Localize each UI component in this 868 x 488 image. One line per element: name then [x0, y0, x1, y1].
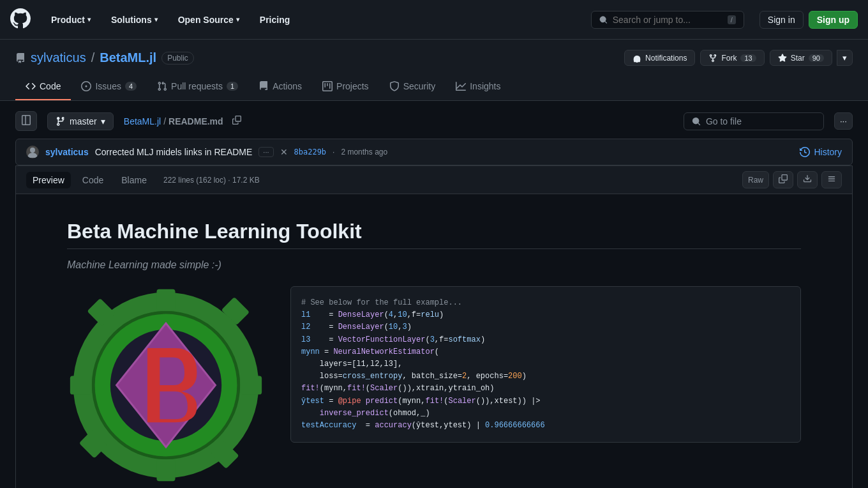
repo-icon	[15, 53, 26, 63]
projects-tab-icon	[322, 81, 333, 91]
opensource-chevron-icon: ▾	[236, 16, 239, 23]
branch-icon	[56, 116, 66, 126]
file-actions: Raw	[742, 171, 842, 188]
branch-name: master	[70, 116, 97, 126]
svg-rect-4	[156, 459, 175, 481]
repo-header: sylvaticus / BetaML.jl Public Notificati…	[0, 40, 868, 101]
copy-icon	[232, 116, 241, 125]
dismiss-button[interactable]: ✕	[280, 147, 288, 157]
star-icon	[778, 54, 787, 63]
repo-action-buttons: Notifications Fork 13 Star 90 ▾	[624, 50, 853, 66]
star-count: 90	[809, 54, 824, 62]
bell-icon	[632, 54, 641, 63]
search-file-icon	[692, 117, 701, 126]
readme-title: Beta Machine Learning Toolkit	[67, 220, 801, 249]
svg-point-0	[30, 148, 35, 153]
top-nav: Product ▾ Solutions ▾ Open Source ▾ Pric…	[0, 0, 868, 40]
visibility-badge: Public	[161, 52, 194, 65]
signup-button[interactable]: Sign up	[809, 11, 858, 29]
nav-pricing[interactable]: Pricing	[255, 10, 295, 30]
nav-product[interactable]: Product ▾	[46, 10, 96, 30]
blame-tab[interactable]: Blame	[115, 172, 153, 188]
breadcrumb-filename: README.md	[168, 116, 223, 126]
more-options-button[interactable]: ···	[834, 112, 853, 130]
nav-solutions[interactable]: Solutions ▾	[106, 10, 163, 30]
readme-body: # See below for the full example... l1 =…	[67, 286, 801, 486]
search-icon	[599, 15, 608, 25]
go-to-file-label: Go to file	[706, 116, 742, 126]
pr-count: 1	[227, 82, 238, 91]
file-stats: 222 lines (162 loc) · 17.2 KB	[163, 176, 260, 185]
search-box[interactable]: /	[591, 11, 744, 29]
file-toolbar: master ▾ BetaML.jl / README.md Go to fil…	[15, 111, 853, 131]
code-area: # See below for the full example... l1 =…	[290, 286, 801, 443]
commit-time: 2 months ago	[341, 148, 387, 156]
issues-tab-icon	[81, 81, 91, 91]
svg-rect-3	[156, 289, 175, 311]
go-to-file-area: Go to file	[684, 112, 824, 130]
fork-count: 13	[740, 54, 756, 62]
repo-name-link[interactable]: BetaML.jl	[100, 50, 156, 65]
file-view-header: Preview Code Blame 222 lines (162 loc) ·…	[16, 166, 852, 194]
commit-bar: sylvaticus Corrected MLJ midels links in…	[15, 139, 853, 165]
raw-button[interactable]: Raw	[742, 171, 769, 188]
code-view-tab[interactable]: Code	[76, 172, 110, 188]
file-area: master ▾ BetaML.jl / README.md Go to fil…	[0, 101, 868, 488]
branch-selector[interactable]: master ▾	[47, 112, 114, 130]
product-chevron-icon: ▾	[87, 16, 91, 23]
fork-icon	[708, 54, 717, 63]
tab-security[interactable]: Security	[379, 73, 446, 100]
security-tab-icon	[389, 81, 400, 91]
verified-badge[interactable]: ···	[258, 147, 273, 157]
sidebar-toggle-button[interactable]	[15, 111, 37, 131]
tab-pullrequests[interactable]: Pull requests 1	[147, 73, 248, 100]
tab-actions[interactable]: Actions	[248, 73, 312, 100]
readme-subtitle: Machine Learning made simple :-)	[67, 259, 801, 271]
breadcrumb-repo-link[interactable]: BetaML.jl	[124, 116, 161, 126]
tab-code[interactable]: Code	[15, 73, 71, 100]
logo-area	[67, 286, 265, 486]
svg-rect-6	[240, 376, 262, 394]
readme-content: Beta Machine Learning Toolkit Machine Le…	[16, 194, 852, 488]
copy-file-icon	[779, 174, 788, 183]
preview-tab[interactable]: Preview	[26, 172, 71, 188]
nav-opensource[interactable]: Open Source ▾	[173, 10, 244, 30]
download-icon	[803, 174, 812, 183]
download-button[interactable]	[797, 171, 818, 188]
code-block: # See below for the full example... l1 =…	[290, 286, 801, 443]
go-to-file-input[interactable]: Go to file	[684, 112, 824, 130]
author-avatar	[26, 146, 39, 158]
pr-tab-icon	[157, 81, 167, 91]
history-button[interactable]: History	[800, 147, 842, 157]
insights-tab-icon	[456, 81, 466, 91]
github-logo[interactable]	[10, 8, 31, 31]
copy-file-button[interactable]	[773, 171, 793, 188]
search-shortcut: /	[728, 15, 736, 24]
betalml-logo	[67, 286, 265, 484]
svg-rect-5	[70, 376, 92, 394]
breadcrumb-separator: /	[163, 116, 166, 126]
history-icon	[800, 147, 810, 157]
commit-hash-link[interactable]: 8ba229b	[294, 148, 327, 156]
issues-count: 4	[125, 82, 137, 91]
list-button[interactable]	[821, 171, 842, 188]
sidebar-icon	[21, 115, 31, 125]
auth-buttons: Sign in Sign up	[760, 11, 858, 29]
tab-projects[interactable]: Projects	[312, 73, 379, 100]
search-input[interactable]	[613, 15, 722, 25]
breadcrumb: BetaML.jl / README.md	[124, 116, 223, 126]
star-button[interactable]: Star 90	[770, 50, 832, 66]
repo-tabs: Code Issues 4 Pull requests 1 Actions	[15, 73, 853, 100]
branch-chevron-icon: ▾	[101, 116, 105, 126]
tab-issues[interactable]: Issues 4	[71, 73, 147, 100]
star-add-button[interactable]: ▾	[837, 50, 853, 66]
repo-owner-link[interactable]: sylvaticus	[31, 50, 86, 65]
fork-button[interactable]: Fork 13	[700, 50, 764, 66]
notifications-button[interactable]: Notifications	[624, 50, 695, 66]
signin-button[interactable]: Sign in	[760, 11, 804, 29]
copy-path-button[interactable]	[228, 114, 245, 128]
search-area: /	[591, 11, 744, 29]
tab-insights[interactable]: Insights	[445, 73, 511, 100]
commit-message: Corrected MLJ midels links in README	[95, 147, 253, 157]
list-icon	[827, 174, 836, 183]
